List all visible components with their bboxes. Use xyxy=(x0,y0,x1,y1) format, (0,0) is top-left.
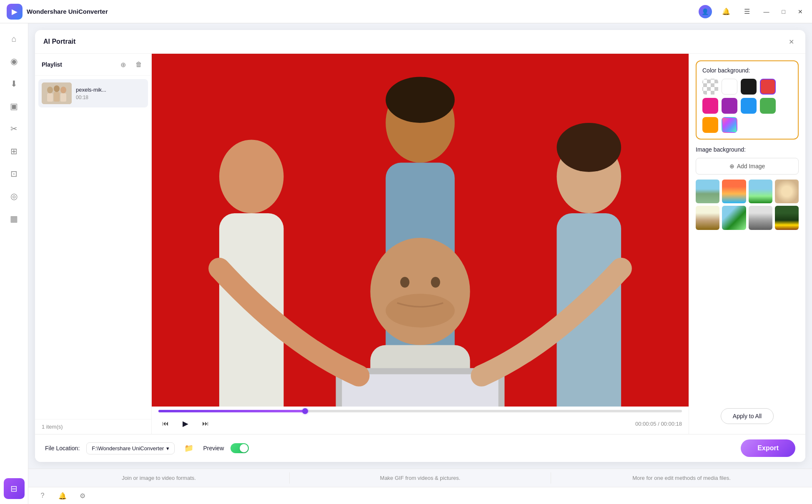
image-grid xyxy=(696,180,799,230)
svg-point-1 xyxy=(47,87,53,93)
close-button[interactable]: ✕ xyxy=(795,7,805,17)
dialog-close-button[interactable]: ✕ xyxy=(785,36,797,47)
image-thumb-nature[interactable] xyxy=(749,180,772,203)
playback-controls: ⏮ ▶ ⏭ 00:00:05 / 00:00:18 xyxy=(158,417,682,431)
video-panel: ⏮ ▶ ⏭ 00:00:05 / 00:00:18 xyxy=(152,54,689,434)
main-layout: ⌂ ◉ ⬇ ▣ ✂ ⊞ ⊡ ◎ ▦ ⊟ AI Portrait ✕ Playli… xyxy=(0,23,812,504)
svg-point-12 xyxy=(386,77,455,123)
sidebar-item-home[interactable]: ⌂ xyxy=(4,28,25,49)
add-image-button[interactable]: ⊕ Add Image xyxy=(696,158,799,175)
minimize-button[interactable]: — xyxy=(761,7,772,17)
preview-label: Preview xyxy=(203,445,224,452)
color-swatch-orange[interactable] xyxy=(702,117,718,133)
sidebar-item-video[interactable]: ▣ xyxy=(4,96,25,117)
playlist-actions: ⊕ 🗑 xyxy=(117,59,145,70)
settings-panel: Color background: xyxy=(689,54,805,434)
maximize-button[interactable]: □ xyxy=(779,7,788,17)
preview-toggle[interactable] xyxy=(231,443,249,453)
app-logo: ▶ xyxy=(7,4,23,20)
video-controls: ⏮ ▶ ⏭ 00:00:05 / 00:00:18 xyxy=(152,407,689,434)
notification-icon[interactable]: 🔔 xyxy=(719,5,733,18)
progress-fill xyxy=(158,410,305,412)
playlist-item-name: pexels-mik... xyxy=(76,87,145,93)
image-thumb-sunset[interactable] xyxy=(722,180,746,203)
help-icon[interactable]: ? xyxy=(37,490,48,502)
menu-icon[interactable]: ☰ xyxy=(740,5,754,18)
playlist-item-duration: 00:18 xyxy=(76,95,145,100)
svg-rect-6 xyxy=(60,93,66,102)
window-controls: 👤 🔔 ☰ — □ ✕ xyxy=(699,5,805,18)
status-bar: ? 🔔 ⚙ xyxy=(28,487,812,504)
file-location-select[interactable]: F:\Wondershare UniConverter ▾ xyxy=(86,442,175,454)
file-location-value: F:\Wondershare UniConverter xyxy=(92,445,164,452)
app-title: Wondershare UniConverter xyxy=(27,8,694,15)
status-settings-icon[interactable]: ⚙ xyxy=(77,490,88,502)
info-bar-item-2: More for one edit methods of media files… xyxy=(551,472,812,484)
image-thumb-mountains[interactable] xyxy=(696,180,719,203)
sidebar-item-scissors[interactable]: ✂ xyxy=(4,118,25,139)
sidebar-item-target[interactable]: ◎ xyxy=(4,186,25,207)
next-button[interactable]: ⏭ xyxy=(198,417,213,431)
play-button[interactable]: ▶ xyxy=(178,417,193,431)
sidebar-item-merge[interactable]: ⊞ xyxy=(4,141,25,162)
playlist-add-button[interactable]: ⊕ xyxy=(117,59,129,70)
playback-buttons: ⏮ ▶ ⏭ xyxy=(158,417,213,431)
color-bg-label: Color background: xyxy=(702,67,792,74)
dialog-title: AI Portrait xyxy=(43,38,75,45)
sidebar-item-screenshot[interactable]: ⊡ xyxy=(4,163,25,184)
svg-rect-2 xyxy=(47,93,53,102)
svg-rect-4 xyxy=(54,92,60,102)
folder-browse-button[interactable]: 📁 xyxy=(181,441,196,456)
progress-bar[interactable] xyxy=(158,410,682,412)
color-swatch-transparent[interactable] xyxy=(702,79,718,95)
sidebar-item-download[interactable]: ⬇ xyxy=(4,73,25,94)
playlist-thumbnail xyxy=(42,82,72,104)
playlist-items: pexels-mik... 00:18 xyxy=(35,76,151,419)
info-bar-item-0: Join or image to video formats. xyxy=(28,472,290,484)
color-swatch-green[interactable] xyxy=(760,98,776,114)
svg-point-21 xyxy=(431,277,440,288)
info-bar: Join or image to video formats. Make GIF… xyxy=(28,469,812,487)
playlist-header: Playlist ⊕ 🗑 xyxy=(35,54,151,76)
prev-button[interactable]: ⏮ xyxy=(158,417,173,431)
color-swatch-pink[interactable] xyxy=(702,98,718,114)
apply-to-all-button[interactable]: Apply to All xyxy=(721,408,774,424)
color-swatch-red[interactable] xyxy=(760,79,776,95)
color-swatch-white[interactable] xyxy=(722,79,737,95)
svg-point-3 xyxy=(54,85,60,92)
image-thumb-blur[interactable] xyxy=(775,180,799,203)
toggle-knob xyxy=(240,444,248,452)
video-content xyxy=(152,54,689,407)
video-preview xyxy=(152,54,689,407)
playlist-delete-button[interactable]: 🗑 xyxy=(133,59,145,70)
image-bg-label: Image background: xyxy=(696,146,799,153)
export-button[interactable]: Export xyxy=(741,439,795,457)
image-thumb-interior[interactable] xyxy=(696,206,719,230)
bottom-bar: File Location: F:\Wondershare UniConvert… xyxy=(35,434,805,462)
playlist-count: 1 item(s) xyxy=(35,419,151,434)
sidebar-item-tools[interactable]: ⊟ xyxy=(4,478,25,499)
sidebar-item-camera[interactable]: ◉ xyxy=(4,51,25,72)
image-thumb-window[interactable] xyxy=(722,206,746,230)
color-swatches xyxy=(702,79,792,133)
ai-portrait-dialog: AI Portrait ✕ Playlist ⊕ 🗑 xyxy=(35,30,805,462)
color-swatch-purple[interactable] xyxy=(722,98,737,114)
playlist-item-info: pexels-mik... 00:18 xyxy=(76,87,145,100)
color-swatch-blue[interactable] xyxy=(741,98,757,114)
status-bell-icon[interactable]: 🔔 xyxy=(57,490,68,502)
title-bar: ▶ Wondershare UniConverter 👤 🔔 ☰ — □ ✕ xyxy=(0,0,812,23)
time-display: 00:00:05 / 00:00:18 xyxy=(635,421,682,427)
color-swatch-gradient[interactable] xyxy=(722,117,737,133)
progress-thumb[interactable] xyxy=(302,408,308,414)
svg-point-5 xyxy=(60,87,66,93)
image-thumb-dark[interactable] xyxy=(775,206,799,230)
svg-point-8 xyxy=(219,140,284,213)
account-icon[interactable]: 👤 xyxy=(699,5,712,18)
svg-point-16 xyxy=(370,238,470,345)
playlist-panel: Playlist ⊕ 🗑 xyxy=(35,54,152,434)
list-item[interactable]: pexels-mik... 00:18 xyxy=(38,79,148,107)
image-thumb-office[interactable] xyxy=(749,206,772,230)
info-bar-item-1: Make GIF from videos & pictures. xyxy=(290,472,551,484)
color-swatch-black[interactable] xyxy=(741,79,757,95)
sidebar-item-tv[interactable]: ▦ xyxy=(4,208,25,229)
